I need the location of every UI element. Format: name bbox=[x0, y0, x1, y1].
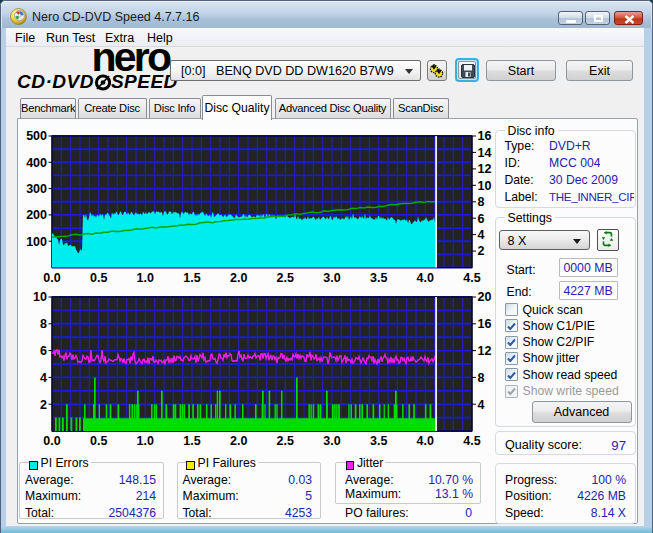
svg-text:1.0: 1.0 bbox=[137, 271, 154, 285]
svg-text:2.0: 2.0 bbox=[230, 434, 247, 448]
svg-text:4.0: 4.0 bbox=[417, 434, 434, 448]
svg-text:4: 4 bbox=[478, 398, 485, 412]
svg-text:0.5: 0.5 bbox=[90, 434, 107, 448]
svg-text:3.5: 3.5 bbox=[370, 271, 387, 285]
svg-text:2.0: 2.0 bbox=[230, 271, 247, 285]
svg-text:2.5: 2.5 bbox=[277, 271, 294, 285]
svg-text:20: 20 bbox=[478, 290, 492, 304]
svg-text:6: 6 bbox=[478, 212, 485, 226]
svg-text:1.5: 1.5 bbox=[183, 434, 200, 448]
svg-text:0.5: 0.5 bbox=[90, 271, 107, 285]
svg-text:14: 14 bbox=[478, 146, 492, 160]
svg-text:3.5: 3.5 bbox=[370, 434, 387, 448]
svg-text:4: 4 bbox=[40, 371, 47, 385]
svg-text:4.5: 4.5 bbox=[463, 271, 480, 285]
svg-text:3.0: 3.0 bbox=[323, 434, 340, 448]
svg-text:1.5: 1.5 bbox=[183, 271, 200, 285]
svg-text:300: 300 bbox=[26, 182, 47, 196]
svg-text:0.0: 0.0 bbox=[43, 434, 60, 448]
svg-text:12: 12 bbox=[478, 344, 492, 358]
svg-text:8: 8 bbox=[478, 195, 485, 209]
svg-text:1.0: 1.0 bbox=[137, 434, 154, 448]
svg-text:2: 2 bbox=[40, 398, 47, 412]
svg-text:16: 16 bbox=[478, 129, 492, 143]
svg-text:400: 400 bbox=[26, 156, 47, 170]
svg-text:4.5: 4.5 bbox=[463, 434, 480, 448]
svg-text:100: 100 bbox=[26, 235, 47, 249]
svg-text:10: 10 bbox=[478, 179, 492, 193]
svg-text:6: 6 bbox=[40, 344, 47, 358]
svg-text:3.0: 3.0 bbox=[323, 271, 340, 285]
svg-text:4.0: 4.0 bbox=[417, 271, 434, 285]
svg-text:4: 4 bbox=[478, 228, 485, 242]
svg-text:16: 16 bbox=[478, 317, 492, 331]
svg-text:2: 2 bbox=[478, 244, 485, 258]
svg-text:12: 12 bbox=[478, 162, 492, 176]
svg-text:200: 200 bbox=[26, 208, 47, 222]
svg-text:8: 8 bbox=[478, 371, 485, 385]
svg-text:2.5: 2.5 bbox=[277, 434, 294, 448]
svg-text:10: 10 bbox=[33, 290, 47, 304]
svg-text:500: 500 bbox=[26, 129, 47, 143]
svg-text:8: 8 bbox=[40, 317, 47, 331]
svg-text:0.0: 0.0 bbox=[43, 271, 60, 285]
